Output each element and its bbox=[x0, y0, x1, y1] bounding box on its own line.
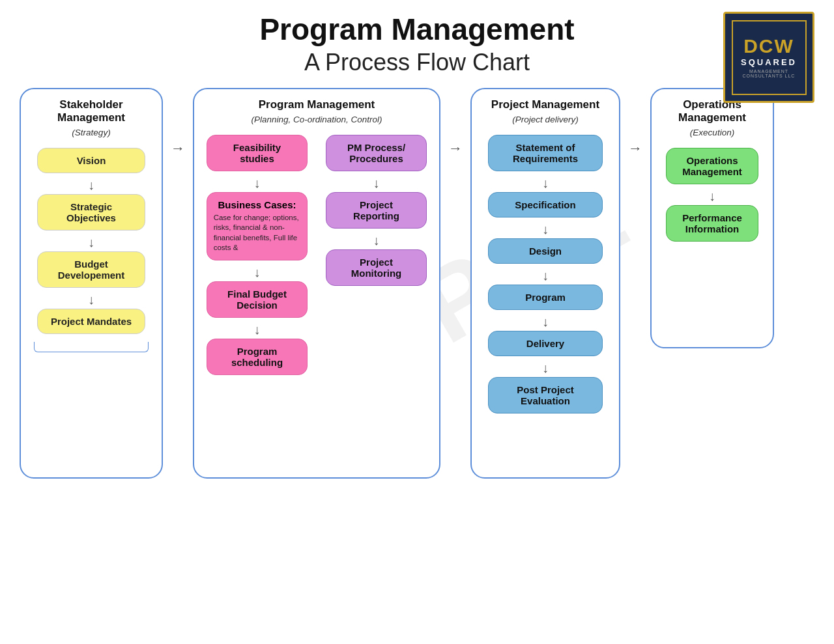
arrow-budget-mandates: ↓ bbox=[85, 293, 98, 306]
project-header: Project Management bbox=[491, 98, 599, 111]
arrow-project-operations: → bbox=[628, 88, 642, 157]
project-subheader: (Project delivery) bbox=[512, 114, 578, 126]
node-program-scheduling: Program scheduling bbox=[207, 339, 308, 375]
node-delivery: Delivery bbox=[488, 331, 602, 356]
node-design: Design bbox=[488, 238, 602, 264]
node-project-mandates: Project Mandates bbox=[37, 309, 146, 334]
col-operations: Operations Management (Execution) Operat… bbox=[650, 88, 774, 348]
node-budget-development: Budget Developement bbox=[37, 251, 146, 288]
node-vision: Vision bbox=[37, 148, 146, 173]
arrow-final-scheduling: ↓ bbox=[251, 323, 264, 336]
program-header: Program Management bbox=[259, 98, 375, 111]
arrow-biz-final: ↓ bbox=[251, 266, 264, 279]
node-specification: Specification bbox=[488, 192, 602, 217]
arrow-delivery-post: ↓ bbox=[539, 361, 552, 374]
program-left: Feasibility studies ↓ Business Cases: Ca… bbox=[201, 135, 313, 380]
arrow-vision-strategic: ↓ bbox=[85, 178, 98, 191]
business-cases-desc: Case for change; options, risks, financi… bbox=[214, 213, 301, 253]
logo-squared: SQUARED bbox=[741, 57, 797, 67]
logo-inner-border: DCW SQUARED MANAGEMENT CONSULTANTS LLC bbox=[732, 20, 807, 95]
program-subheader: (Planning, Co-ordination, Control) bbox=[251, 114, 382, 126]
stakeholder-bracket bbox=[34, 342, 149, 352]
program-right: PM Process/ Procedures ↓ Project Reporti… bbox=[320, 135, 433, 380]
arrow-strategic-budget: ↓ bbox=[85, 236, 98, 249]
business-cases-title: Business Cases: bbox=[214, 199, 301, 210]
node-pm-process: PM Process/ Procedures bbox=[326, 135, 427, 171]
node-post-project-evaluation: Post Project Evaluation bbox=[488, 377, 602, 413]
logo-dcw: DCW bbox=[743, 36, 794, 56]
arrow-feas-biz: ↓ bbox=[251, 176, 264, 189]
main-title: Program Management bbox=[20, 13, 814, 46]
node-operations-management: Operations Management bbox=[666, 148, 758, 184]
arrow-spec-design: ↓ bbox=[539, 223, 552, 236]
operations-subheader: (Execution) bbox=[690, 127, 734, 139]
node-project-monitoring: Project Monitoring bbox=[326, 249, 427, 286]
flowchart: Stakeholder Management (Strategy) Vision… bbox=[20, 88, 814, 479]
node-statement-of-requirements: Statement of Requirements bbox=[488, 135, 602, 171]
node-strategic-objectives: Strategic Objectives bbox=[37, 194, 146, 231]
arrow-design-program: ↓ bbox=[539, 269, 552, 282]
arrow-program-project: → bbox=[448, 88, 463, 157]
node-project-reporting: Project Reporting bbox=[326, 192, 427, 229]
stakeholder-subheader: (Strategy) bbox=[72, 127, 110, 139]
node-final-budget-decision: Final Budget Decision bbox=[207, 281, 308, 318]
col-stakeholder: Stakeholder Management (Strategy) Vision… bbox=[20, 88, 163, 479]
logo-box: DCW SQUARED MANAGEMENT CONSULTANTS LLC bbox=[723, 12, 814, 103]
sub-title: A Process Flow Chart bbox=[20, 49, 814, 76]
arrow-program-delivery: ↓ bbox=[539, 315, 552, 328]
node-program: Program bbox=[488, 285, 602, 310]
header-area: Program Management A Process Flow Chart bbox=[20, 13, 814, 76]
program-inner: Feasibility studies ↓ Business Cases: Ca… bbox=[201, 135, 433, 380]
arrow-ops-perf: ↓ bbox=[706, 189, 719, 203]
stakeholder-header: Stakeholder Management bbox=[27, 98, 155, 125]
node-performance-information: Performance Information bbox=[666, 205, 758, 242]
logo-sub: MANAGEMENT CONSULTANTS LLC bbox=[733, 69, 805, 78]
node-feasibility-studies: Feasibility studies bbox=[207, 135, 308, 171]
arrow-reporting-monitoring: ↓ bbox=[370, 234, 383, 247]
node-business-cases: Business Cases: Case for change; options… bbox=[207, 192, 308, 260]
col-project: Project Management (Project delivery) St… bbox=[470, 88, 620, 479]
arrow-sor-spec: ↓ bbox=[539, 176, 552, 189]
arrow-stakeholder-program: → bbox=[171, 88, 185, 157]
col-program: Program Management (Planning, Co-ordinat… bbox=[193, 88, 440, 479]
page: SAMPLE DCW SQUARED MANAGEMENT CONSULTANT… bbox=[0, 0, 834, 644]
arrow-pm-reporting: ↓ bbox=[370, 176, 383, 189]
